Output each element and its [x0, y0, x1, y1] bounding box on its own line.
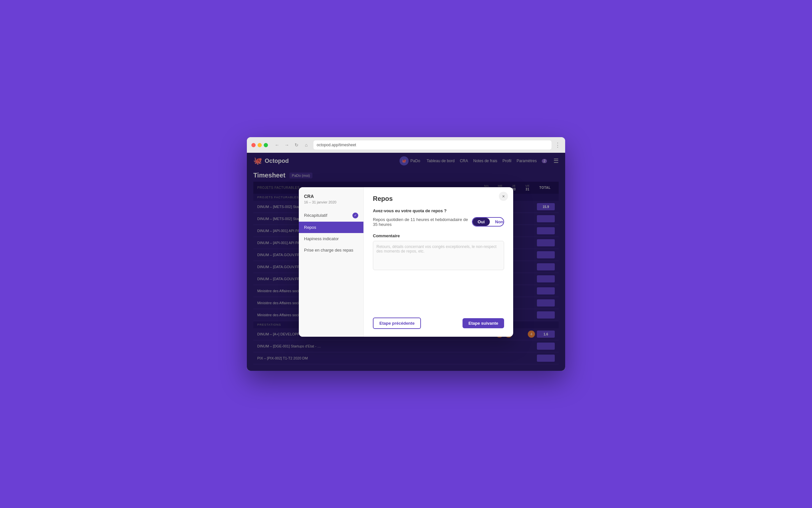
address-bar[interactable]: octopod.app/timesheet	[314, 140, 552, 150]
back-button[interactable]: ←	[273, 141, 281, 149]
close-traffic-light[interactable]	[251, 143, 256, 147]
rest-description: Repos quotidien de 11 heures et hebdomad…	[373, 217, 472, 227]
comment-label: Commentaire	[373, 234, 504, 238]
question-label: Avez-vous eu votre quota de repos ?	[373, 208, 504, 213]
modal-nav-repos[interactable]: Repos	[299, 222, 364, 233]
reload-button[interactable]: ↻	[293, 141, 300, 149]
forward-button[interactable]: →	[283, 141, 291, 149]
fullscreen-traffic-light[interactable]	[264, 143, 268, 147]
modal-nav-hapiness[interactable]: Hapiness indicator	[299, 233, 364, 244]
previous-step-button[interactable]: Etape précédente	[373, 318, 421, 329]
nav-item-label: Hapiness indicator	[304, 236, 339, 241]
modal-cra-title: CRA	[299, 194, 364, 200]
browser-chrome: ← → ↻ ⌂ octopod.app/timesheet ⋮	[247, 137, 565, 153]
address-text: octopod.app/timesheet	[317, 143, 356, 147]
nav-item-label: Prise en charge des repas	[304, 248, 353, 253]
modal-dialog: × CRA 16 – 31 janvier 2020 Récapitulatif…	[299, 187, 513, 337]
modal-footer: Etape précédente Etape suivante	[373, 311, 504, 329]
minimize-traffic-light[interactable]	[257, 143, 262, 147]
home-button[interactable]: ⌂	[302, 141, 310, 149]
modal-left-panel: CRA 16 – 31 janvier 2020 Récapitulatif ✓…	[299, 187, 364, 337]
nav-item-label: Récapitulatif	[304, 213, 327, 218]
rest-row: Repos quotidien de 11 heures et hebdomad…	[373, 217, 504, 227]
yes-no-toggle: Oui Non	[472, 217, 504, 226]
nav-item-label: Repos	[304, 225, 316, 230]
browser-window: ← → ↻ ⌂ octopod.app/timesheet ⋮ 🐙 Octopo…	[247, 137, 565, 371]
modal-period: 16 – 31 janvier 2020	[299, 200, 364, 209]
modal-overlay[interactable]: × CRA 16 – 31 janvier 2020 Récapitulatif…	[247, 153, 565, 371]
app-content: 🐙 Octopod 🐙 PaDo Tableau de bord CRA Not…	[247, 153, 565, 371]
modal-close-button[interactable]: ×	[499, 192, 508, 201]
modal-right-panel: Repos Avez-vous eu votre quota de repos …	[364, 187, 513, 337]
yes-button[interactable]: Oui	[473, 218, 490, 226]
next-step-button[interactable]: Etape suivante	[463, 318, 504, 328]
browser-menu-button[interactable]: ⋮	[555, 141, 561, 149]
modal-nav-recapitulatif[interactable]: Récapitulatif ✓	[299, 209, 364, 222]
no-button[interactable]: Non	[490, 218, 504, 226]
traffic-lights	[251, 143, 268, 147]
modal-section-title: Repos	[373, 195, 504, 203]
check-icon: ✓	[352, 213, 358, 218]
modal-nav-prise-en-charge[interactable]: Prise en charge des repas	[299, 244, 364, 256]
comment-textarea[interactable]	[373, 241, 504, 270]
browser-nav: ← → ↻ ⌂	[273, 141, 310, 149]
